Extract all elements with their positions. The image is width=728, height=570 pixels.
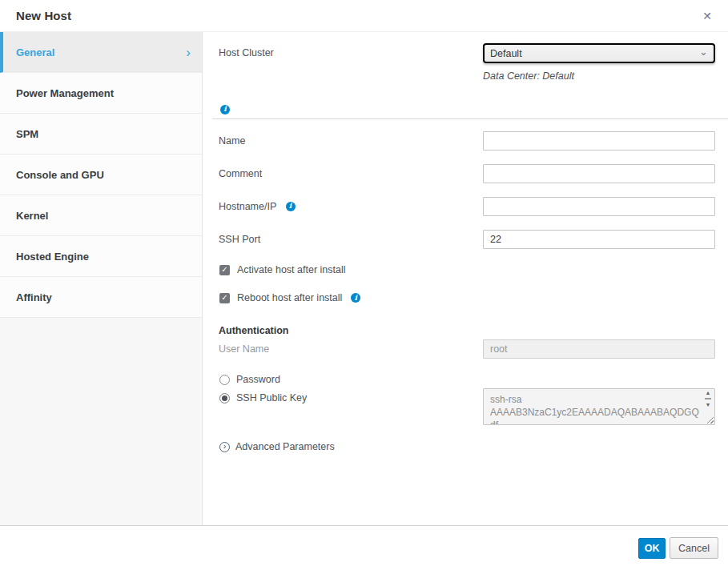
radio-button[interactable] <box>219 393 230 403</box>
reboot-host-label: Reboot host after install <box>237 292 342 303</box>
password-radio-row[interactable]: Password <box>203 374 728 385</box>
sidebar-item-label: Kernel <box>16 210 48 222</box>
sidebar-item-label: Console and GPU <box>16 169 104 181</box>
dialog-title: New Host <box>16 9 71 22</box>
user-name-row: User Name <box>203 339 728 359</box>
chevron-right-icon: › <box>186 46 191 59</box>
advanced-parameters-label: Advanced Parameters <box>235 441 335 452</box>
ssh-public-key-textarea[interactable] <box>483 388 715 425</box>
textarea-scrollbar[interactable]: ▲ ▼ <box>703 390 713 407</box>
sidebar-item-label: SPM <box>16 128 38 140</box>
checkbox-checked-icon[interactable]: ✓ <box>219 265 230 275</box>
close-icon[interactable]: ✕ <box>699 9 715 23</box>
sidebar-item-general[interactable]: General› <box>0 32 202 73</box>
name-row: Name <box>203 131 728 151</box>
sidebar-item-spm[interactable]: SPM <box>0 114 202 155</box>
ssh-key-radio-label: SSH Public Key <box>236 392 307 403</box>
ssh-port-label: SSH Port <box>219 230 483 245</box>
comment-input[interactable] <box>483 164 715 183</box>
ssh-port-input[interactable] <box>483 230 715 249</box>
sidebar-item-power-management[interactable]: Power Management <box>0 73 202 114</box>
info-icon[interactable]: i <box>220 105 230 114</box>
user-name-input <box>483 339 715 359</box>
host-cluster-select[interactable]: Default <box>483 43 715 63</box>
advanced-parameters-toggle[interactable]: › Advanced Parameters <box>203 441 728 452</box>
sidebar-item-label: Hosted Engine <box>16 251 89 263</box>
sidebar-item-hosted-engine[interactable]: Hosted Engine <box>0 236 202 277</box>
data-center-note: Data Center: Default <box>483 70 715 82</box>
reboot-host-checkbox-row[interactable]: ✓ Reboot host after install i <box>203 292 728 303</box>
dialog-footer: OK Cancel <box>0 526 728 570</box>
cluster-info-block: i <box>203 103 728 114</box>
section-divider <box>212 118 728 119</box>
expand-chevron-icon[interactable]: › <box>219 442 230 452</box>
comment-row: Comment <box>203 164 728 183</box>
dialog-body: General›Power ManagementSPMConsole and G… <box>0 32 728 526</box>
host-cluster-label: Host Cluster <box>219 43 483 58</box>
authentication-heading: Authentication <box>203 325 728 336</box>
scroll-down-icon[interactable]: ▼ <box>706 402 711 407</box>
checkbox-checked-icon[interactable]: ✓ <box>219 293 230 303</box>
password-radio-label: Password <box>236 374 280 385</box>
dialog-header: New Host ✕ <box>0 0 728 32</box>
sidebar-item-kernel[interactable]: Kernel <box>0 195 202 236</box>
ssh-public-key-row: SSH Public Key ▲ ▼ <box>203 388 728 425</box>
info-icon[interactable]: i <box>351 293 360 303</box>
scrollbar-thumb[interactable] <box>705 398 711 399</box>
ssh-key-radio-row[interactable]: SSH Public Key <box>219 388 483 403</box>
sidebar-item-label: Affinity <box>16 291 52 303</box>
cancel-button[interactable]: Cancel <box>670 537 718 559</box>
ssh-port-row: SSH Port <box>203 230 728 249</box>
sidebar-item-affinity[interactable]: Affinity <box>0 277 202 318</box>
name-label: Name <box>219 131 483 147</box>
sidebar-item-label: General <box>16 46 54 58</box>
ok-button[interactable]: OK <box>638 538 666 559</box>
info-icon[interactable]: i <box>286 202 296 211</box>
user-name-label: User Name <box>219 339 483 355</box>
hostname-label-text: Hostname/IP <box>219 201 276 212</box>
hostname-label: Hostname/IP i <box>219 197 483 212</box>
scroll-up-icon[interactable]: ▲ <box>706 390 711 395</box>
comment-label: Comment <box>219 164 483 179</box>
hostname-row: Hostname/IP i <box>203 197 728 216</box>
form-content: Host Cluster Default ⌄ Data Center: Defa… <box>203 32 728 525</box>
sidebar: General›Power ManagementSPMConsole and G… <box>0 32 203 525</box>
hostname-input[interactable] <box>483 197 715 216</box>
sidebar-item-console-and-gpu[interactable]: Console and GPU <box>0 155 202 195</box>
radio-button[interactable] <box>219 375 230 385</box>
activate-host-checkbox-row[interactable]: ✓ Activate host after install <box>203 264 728 275</box>
sidebar-item-label: Power Management <box>16 87 114 99</box>
name-input[interactable] <box>483 131 715 151</box>
host-cluster-row: Host Cluster Default ⌄ Data Center: Defa… <box>203 43 728 82</box>
activate-host-label: Activate host after install <box>237 264 345 275</box>
new-host-dialog: New Host ✕ General›Power ManagementSPMCo… <box>0 0 728 570</box>
